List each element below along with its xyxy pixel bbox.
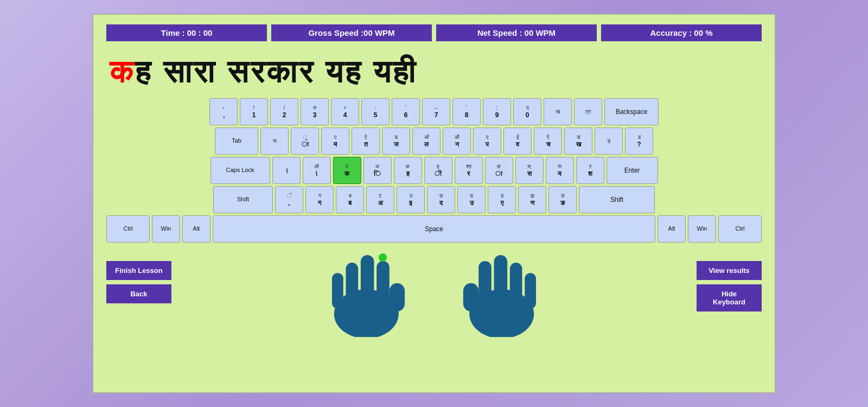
hide-keyboard-button[interactable]: Hide Keyboard [697,284,762,311]
finish-lesson-button[interactable]: Finish Lesson [106,261,171,280]
enter-key[interactable]: Enter [607,157,658,184]
tab-key[interactable]: Tab [215,128,258,155]
key-6[interactable]: '6 [392,98,420,125]
key-y[interactable]: ऑल [412,128,441,155]
key-minus[interactable]: ऋ [544,98,572,125]
back-button[interactable]: Back [106,284,171,303]
key-row-1: ॰ˌ !1 /2 रु3 +4 :5 '6 –7 '8 ;9 द0 ऋ त्र … [106,98,762,125]
key-t[interactable]: डज [382,128,410,155]
key-9[interactable]: ;9 [483,98,511,125]
key-3[interactable]: रु3 [301,98,329,125]
key-row-4: Shift ॅ, गग बब टअ ठइ छद डउ ढए झण ङङ Shif… [106,186,762,213]
key-m[interactable]: डउ [457,186,486,213]
key-j[interactable]: ज्ञा [485,157,513,184]
ctrl-left-key[interactable]: Ctrl [106,215,150,243]
left-hand [326,245,412,337]
view-results-button[interactable]: View results [697,261,762,280]
accuracy-display: Accuracy : 00 % [601,24,762,41]
key-i[interactable]: एप [473,128,501,155]
net-speed-display: Net Speed : 00 WPM [436,24,597,41]
key-2[interactable]: /2 [270,98,298,125]
typing-text-display: कह सारा सरकार यह यही [106,49,762,93]
right-buttons: View results Hide Keyboard [697,261,762,311]
key-p[interactable]: ऐच [534,128,562,155]
win-left-key[interactable]: Win [152,215,180,243]
backspace-key[interactable]: Backspace [604,98,659,125]
bottom-area: Finish Lesson Back [106,250,762,342]
key-o[interactable]: ईव [503,128,532,155]
key-backslash[interactable]: ढ? [625,128,653,155]
key-0[interactable]: द0 [513,98,541,125]
key-8[interactable]: '8 [452,98,481,125]
current-char: क [110,54,135,89]
hands-container [171,245,697,342]
key-e[interactable]: एम [321,128,349,155]
key-w[interactable]: ूा [291,128,319,155]
key-equal[interactable]: त्र [574,98,602,125]
alt-right-key[interactable]: Alt [658,215,686,243]
key-row-2: Tab फ ूा एम ऐत डज ऑल औन एप ईव ऐच ङख ड् ढ… [106,128,762,155]
key-comma[interactable]: ढए [488,186,516,213]
key-u[interactable]: औन [443,128,471,155]
key-period[interactable]: झण [518,186,546,213]
svg-point-5 [334,289,399,337]
key-d[interactable]: थि [363,157,392,184]
key-a[interactable]: । [272,157,301,184]
key-b[interactable]: ठइ [397,186,425,213]
gross-speed-display: Gross Speed :00 WPM [271,24,432,41]
key-g[interactable]: इी [424,157,452,184]
space-key[interactable]: Space [213,215,655,243]
key-q[interactable]: फ [260,128,289,155]
key-h[interactable]: श्रर [455,157,483,184]
key-row-3: Caps Lock । ऑ\ वक थि ळह इी श्रर ज्ञा स्स… [106,157,762,184]
key-7[interactable]: –7 [422,98,450,125]
key-slash[interactable]: ङङ [548,186,577,213]
stats-bar: Time : 00 : 00 Gross Speed :00 WPM Net S… [106,24,762,41]
key-s[interactable]: ऑ\ [303,157,331,184]
right-hand [456,245,542,337]
key-tilde[interactable]: ॰ˌ [209,98,238,125]
time-display: Time : 00 : 00 [106,24,267,41]
alt-left-key[interactable]: Alt [182,215,210,243]
key-x[interactable]: गग [305,186,334,213]
key-bracket-open[interactable]: ङख [564,128,592,155]
key-1[interactable]: !1 [240,98,268,125]
key-semicolon[interactable]: स्स [515,157,544,184]
svg-point-6 [379,253,387,262]
key-row-5: Ctrl Win Alt Space Alt Win Ctrl [106,215,762,243]
keyboard: ॰ˌ !1 /2 रु3 +4 :5 '6 –7 '8 ;9 द0 ऋ त्र … [106,98,762,243]
key-n[interactable]: छद [427,186,455,213]
key-5[interactable]: :5 [361,98,390,125]
caps-lock-key[interactable]: Caps Lock [210,157,270,184]
win-right-key[interactable]: Win [688,215,716,243]
svg-point-12 [469,289,534,337]
key-v[interactable]: टअ [366,186,394,213]
shift-right-key[interactable]: Shift [579,186,655,213]
left-buttons: Finish Lesson Back [106,261,171,303]
main-container: Time : 00 : 00 Gross Speed :00 WPM Net S… [92,14,776,393]
key-4[interactable]: +4 [331,98,359,125]
key-bracket-close[interactable]: ड् [595,128,623,155]
key-f[interactable]: ळह [394,157,422,184]
key-hash[interactable]: ऱश [576,157,604,184]
key-r[interactable]: ऐत [352,128,380,155]
shift-left-key[interactable]: Shift [213,186,273,213]
key-k-highlighted[interactable]: वक [333,157,361,184]
key-quote[interactable]: रूय [546,157,574,184]
key-z[interactable]: ॅ, [275,186,303,213]
key-c[interactable]: बब [336,186,364,213]
ctrl-right-key[interactable]: Ctrl [718,215,762,243]
remaining-text: ह सारा सरकार यह यही [135,54,417,89]
